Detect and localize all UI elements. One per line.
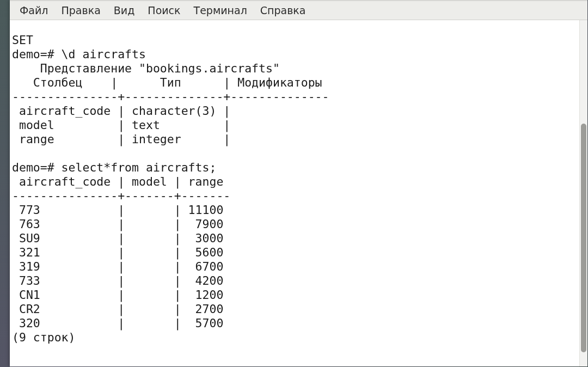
menubar: Файл Правка Вид Поиск Терминал Справка	[10, 1, 587, 20]
menu-view[interactable]: Вид	[107, 2, 142, 19]
terminal-window: Файл Правка Вид Поиск Терминал Справка S…	[10, 0, 587, 366]
terminal-output[interactable]: SET demo=# \d aircrafts Представление "b…	[10, 32, 579, 355]
menu-help[interactable]: Справка	[254, 2, 313, 19]
scrollbar-thumb[interactable]	[581, 124, 586, 352]
menu-edit[interactable]: Правка	[55, 2, 107, 19]
scrollbar[interactable]	[579, 20, 587, 366]
menu-search[interactable]: Поиск	[141, 2, 187, 19]
menu-terminal[interactable]: Терминал	[187, 2, 254, 19]
menu-file[interactable]: Файл	[13, 2, 55, 19]
